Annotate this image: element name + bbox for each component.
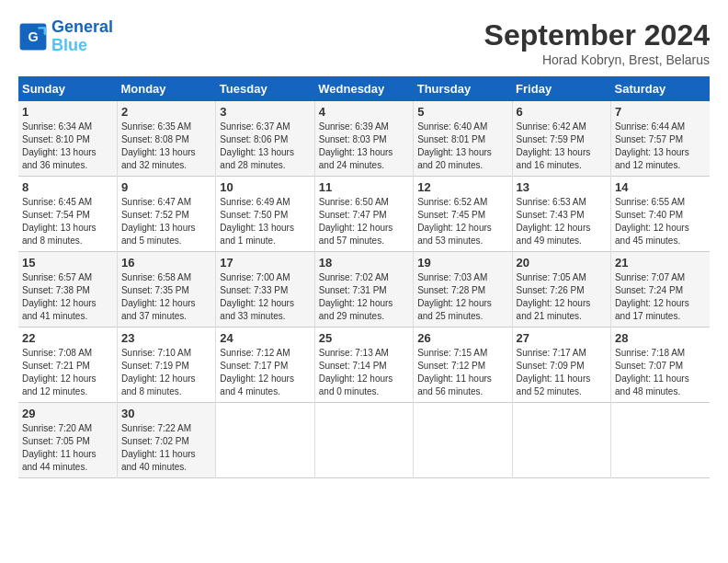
day-cell: 3Sunrise: 6:37 AM Sunset: 8:06 PM Daylig… (216, 101, 314, 177)
logo-text: General Blue (51, 18, 113, 55)
day-cell: 25Sunrise: 7:13 AM Sunset: 7:14 PM Dayli… (314, 327, 413, 403)
day-cell: 8Sunrise: 6:45 AM Sunset: 7:54 PM Daylig… (18, 177, 117, 252)
day-number: 28 (615, 331, 706, 345)
day-number: 14 (615, 180, 706, 194)
day-detail: Sunrise: 7:12 AM Sunset: 7:17 PM Dayligh… (220, 347, 310, 398)
day-cell: 9Sunrise: 6:47 AM Sunset: 7:52 PM Daylig… (117, 177, 215, 252)
day-number: 20 (517, 256, 607, 270)
day-cell: 11Sunrise: 6:50 AM Sunset: 7:47 PM Dayli… (314, 177, 413, 252)
day-number: 5 (417, 105, 507, 119)
day-cell: 19Sunrise: 7:03 AM Sunset: 7:28 PM Dayli… (414, 252, 512, 327)
day-cell: 4Sunrise: 6:39 AM Sunset: 8:03 PM Daylig… (314, 101, 413, 177)
day-number: 12 (417, 180, 507, 194)
day-number: 11 (319, 180, 409, 194)
day-detail: Sunrise: 7:17 AM Sunset: 7:09 PM Dayligh… (517, 347, 607, 398)
day-cell: 20Sunrise: 7:05 AM Sunset: 7:26 PM Dayli… (512, 252, 610, 327)
week-row-1: 1Sunrise: 6:34 AM Sunset: 8:10 PM Daylig… (18, 101, 710, 177)
calendar-table: SundayMondayTuesdayWednesdayThursdayFrid… (18, 76, 710, 478)
col-header-friday: Friday (512, 76, 610, 101)
day-detail: Sunrise: 7:15 AM Sunset: 7:12 PM Dayligh… (417, 347, 507, 398)
day-cell: 16Sunrise: 6:58 AM Sunset: 7:35 PM Dayli… (117, 252, 215, 327)
day-cell: 22Sunrise: 7:08 AM Sunset: 7:21 PM Dayli… (18, 327, 117, 403)
day-detail: Sunrise: 7:08 AM Sunset: 7:21 PM Dayligh… (22, 347, 113, 398)
day-cell: 24Sunrise: 7:12 AM Sunset: 7:17 PM Dayli… (216, 327, 314, 403)
day-number: 27 (517, 331, 607, 345)
day-number: 17 (220, 256, 310, 270)
day-number: 8 (22, 180, 113, 194)
day-detail: Sunrise: 6:52 AM Sunset: 7:45 PM Dayligh… (417, 196, 507, 247)
day-number: 13 (517, 180, 607, 194)
day-detail: Sunrise: 6:57 AM Sunset: 7:38 PM Dayligh… (22, 271, 113, 323)
col-header-sunday: Sunday (18, 76, 117, 101)
day-number: 26 (417, 331, 507, 345)
week-row-4: 22Sunrise: 7:08 AM Sunset: 7:21 PM Dayli… (18, 327, 710, 403)
day-detail: Sunrise: 6:40 AM Sunset: 8:01 PM Dayligh… (417, 121, 507, 172)
day-cell (512, 403, 610, 478)
day-number: 10 (220, 180, 310, 194)
day-cell: 30Sunrise: 7:22 AM Sunset: 7:02 PM Dayli… (117, 403, 215, 478)
day-detail: Sunrise: 6:58 AM Sunset: 7:35 PM Dayligh… (121, 271, 211, 323)
day-detail: Sunrise: 7:13 AM Sunset: 7:14 PM Dayligh… (319, 347, 409, 398)
logo: G General Blue (18, 18, 113, 55)
day-cell: 29Sunrise: 7:20 AM Sunset: 7:05 PM Dayli… (18, 403, 117, 478)
day-cell: 28Sunrise: 7:18 AM Sunset: 7:07 PM Dayli… (611, 327, 710, 403)
day-cell (314, 403, 413, 478)
day-cell: 15Sunrise: 6:57 AM Sunset: 7:38 PM Dayli… (18, 252, 117, 327)
day-detail: Sunrise: 6:49 AM Sunset: 7:50 PM Dayligh… (220, 196, 310, 247)
day-number: 18 (319, 256, 409, 270)
day-detail: Sunrise: 7:03 AM Sunset: 7:28 PM Dayligh… (417, 271, 507, 323)
day-number: 1 (22, 105, 113, 119)
day-detail: Sunrise: 7:02 AM Sunset: 7:31 PM Dayligh… (319, 271, 409, 323)
day-number: 24 (220, 331, 310, 345)
day-number: 25 (319, 331, 409, 345)
day-number: 6 (517, 105, 607, 119)
day-cell: 26Sunrise: 7:15 AM Sunset: 7:12 PM Dayli… (414, 327, 512, 403)
day-cell: 21Sunrise: 7:07 AM Sunset: 7:24 PM Dayli… (611, 252, 710, 327)
day-detail: Sunrise: 6:37 AM Sunset: 8:06 PM Dayligh… (220, 121, 310, 172)
day-detail: Sunrise: 6:39 AM Sunset: 8:03 PM Dayligh… (319, 121, 409, 172)
col-header-thursday: Thursday (414, 76, 512, 101)
month-title: September 2024 (484, 18, 710, 52)
day-detail: Sunrise: 6:34 AM Sunset: 8:10 PM Dayligh… (22, 121, 113, 172)
day-cell: 5Sunrise: 6:40 AM Sunset: 8:01 PM Daylig… (414, 101, 512, 177)
day-number: 21 (615, 256, 706, 270)
day-detail: Sunrise: 7:10 AM Sunset: 7:19 PM Dayligh… (121, 347, 211, 398)
day-cell: 23Sunrise: 7:10 AM Sunset: 7:19 PM Dayli… (117, 327, 215, 403)
day-number: 30 (121, 407, 211, 420)
day-cell: 2Sunrise: 6:35 AM Sunset: 8:08 PM Daylig… (117, 101, 215, 177)
day-detail: Sunrise: 7:20 AM Sunset: 7:05 PM Dayligh… (22, 422, 113, 474)
day-number: 29 (22, 407, 113, 420)
day-number: 23 (121, 331, 211, 345)
day-number: 16 (121, 256, 211, 270)
day-cell: 6Sunrise: 6:42 AM Sunset: 7:59 PM Daylig… (512, 101, 610, 177)
day-cell: 27Sunrise: 7:17 AM Sunset: 7:09 PM Dayli… (512, 327, 610, 403)
page-header: G General Blue September 2024 Horad Kobr… (18, 18, 710, 67)
day-cell: 17Sunrise: 7:00 AM Sunset: 7:33 PM Dayli… (216, 252, 314, 327)
day-detail: Sunrise: 7:00 AM Sunset: 7:33 PM Dayligh… (220, 271, 310, 323)
col-header-tuesday: Tuesday (216, 76, 314, 101)
day-number: 3 (220, 105, 310, 119)
day-number: 7 (615, 105, 706, 119)
day-cell: 1Sunrise: 6:34 AM Sunset: 8:10 PM Daylig… (18, 101, 117, 177)
day-detail: Sunrise: 6:35 AM Sunset: 8:08 PM Dayligh… (121, 121, 211, 172)
svg-text:G: G (28, 29, 38, 44)
day-detail: Sunrise: 7:18 AM Sunset: 7:07 PM Dayligh… (615, 347, 706, 398)
day-number: 19 (417, 256, 507, 270)
day-detail: Sunrise: 6:42 AM Sunset: 7:59 PM Dayligh… (517, 121, 607, 172)
week-row-5: 29Sunrise: 7:20 AM Sunset: 7:05 PM Dayli… (18, 403, 710, 478)
day-detail: Sunrise: 7:22 AM Sunset: 7:02 PM Dayligh… (121, 422, 211, 474)
day-detail: Sunrise: 6:50 AM Sunset: 7:47 PM Dayligh… (319, 196, 409, 247)
day-number: 2 (121, 105, 211, 119)
day-cell (611, 403, 710, 478)
col-header-saturday: Saturday (611, 76, 710, 101)
day-cell (216, 403, 314, 478)
day-cell: 12Sunrise: 6:52 AM Sunset: 7:45 PM Dayli… (414, 177, 512, 252)
day-number: 4 (319, 105, 409, 119)
day-cell: 7Sunrise: 6:44 AM Sunset: 7:57 PM Daylig… (611, 101, 710, 177)
col-header-monday: Monday (117, 76, 215, 101)
week-row-3: 15Sunrise: 6:57 AM Sunset: 7:38 PM Dayli… (18, 252, 710, 327)
day-cell: 13Sunrise: 6:53 AM Sunset: 7:43 PM Dayli… (512, 177, 610, 252)
col-header-wednesday: Wednesday (314, 76, 413, 101)
day-detail: Sunrise: 6:44 AM Sunset: 7:57 PM Dayligh… (615, 121, 706, 172)
logo-icon: G (18, 22, 48, 52)
